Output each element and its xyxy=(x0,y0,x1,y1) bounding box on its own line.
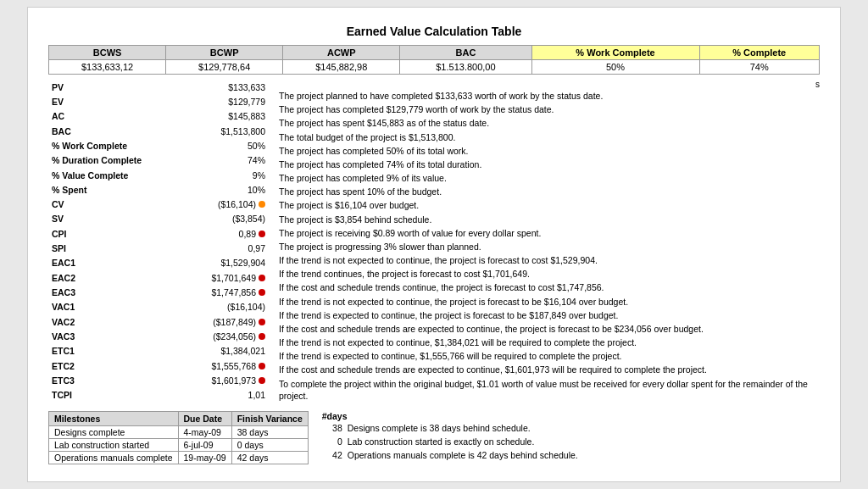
milestone-due: 19-may-09 xyxy=(178,451,231,464)
description-row: If the trend is expected to continue, $1… xyxy=(279,349,820,363)
description-row: The project has spent 10% of the budget. xyxy=(279,185,820,198)
metric-value: $1,384,021 xyxy=(186,344,269,358)
metric-label: % Duration Complete xyxy=(48,153,186,168)
metric-row: EV$129,779 xyxy=(48,94,269,108)
metric-row: % Spent10% xyxy=(48,182,269,197)
metric-value: $1,555,768 xyxy=(186,358,269,373)
metric-row: % Duration Complete74% xyxy=(48,153,269,168)
metric-value: ($3,854) xyxy=(186,212,269,226)
metric-row: BAC$1,513,800 xyxy=(48,124,269,138)
metric-row: VAC3($234,056) xyxy=(48,329,269,343)
header-table: BCWS BCWP ACWP BAC % Work Complete % Com… xyxy=(48,45,820,75)
milestone-desc-header: #days xyxy=(322,411,820,421)
header-pct-work: % Work Complete xyxy=(531,46,699,60)
header-bac: BAC xyxy=(400,46,531,60)
milestone-days-num: 0 xyxy=(322,436,342,447)
metric-row: % Value Complete9% xyxy=(48,168,269,182)
metric-value: ($16,104) xyxy=(186,300,269,314)
description-row: The project is receiving $0.89 worth of … xyxy=(279,226,820,240)
description-row: The project is $3,854 behind schedule. xyxy=(279,213,820,226)
metric-value: 1,01 xyxy=(186,388,269,403)
metric-label: EAC2 xyxy=(48,270,186,285)
milestone-desc-text: Operations manuals complete is 42 days b… xyxy=(348,449,578,461)
metric-label: CV xyxy=(48,197,186,212)
metric-value: ($187,849) xyxy=(186,314,269,329)
description-row: If the trend is not expected to continue… xyxy=(279,336,820,349)
milestone-days-num: 38 xyxy=(322,422,342,434)
metric-label: VAC2 xyxy=(48,314,186,329)
metric-row: ETC2$1,555,768 xyxy=(48,358,269,373)
metric-label: TCPI xyxy=(48,388,186,403)
metric-value: $1,513,800 xyxy=(186,124,269,138)
red-dot-icon xyxy=(259,231,265,237)
page-container: Earned Value Calculation Table BCWS BCWP… xyxy=(27,7,841,482)
description-row: The project has spent $145,883 as of the… xyxy=(279,116,820,130)
metric-value: 0,97 xyxy=(186,241,269,255)
metric-value: 0,89 xyxy=(186,226,269,241)
red-dot-icon xyxy=(259,289,265,296)
metric-label: EAC1 xyxy=(48,256,186,270)
description-row: The project is progressing 3% slower tha… xyxy=(279,240,820,253)
metric-row: EAC3$1,747,856 xyxy=(48,285,269,299)
metric-label: SV xyxy=(48,212,186,226)
metric-label: % Value Complete xyxy=(48,168,186,182)
header-bcws: BCWS xyxy=(49,46,166,60)
red-dot-icon xyxy=(259,363,265,370)
metric-row: TCPI1,01 xyxy=(48,388,269,403)
description-row: If the cost and schedule trends are expe… xyxy=(279,322,820,336)
milestone-variance: 38 days xyxy=(231,425,308,438)
metric-label: CPI xyxy=(48,226,186,241)
description-row: If the cost and schedule trends are expe… xyxy=(279,363,820,376)
metric-label: PV xyxy=(48,80,186,94)
milestone-desc-text: Designs complete is 38 days behind sched… xyxy=(348,422,531,434)
metric-row: ETC1$1,384,021 xyxy=(48,344,269,358)
description-row: If the trend is not expected to continue… xyxy=(279,295,820,308)
metric-value: $145,883 xyxy=(186,109,269,124)
metric-value: $129,779 xyxy=(186,94,269,108)
description-row: The total budget of the project is $1,51… xyxy=(279,131,820,144)
metric-label: AC xyxy=(48,109,186,124)
red-dot-icon xyxy=(259,319,265,325)
description-row: The project has completed 50% of its tot… xyxy=(279,144,820,158)
metric-row: PV$133,633 xyxy=(48,80,269,94)
milestone-due: 4-may-09 xyxy=(178,425,231,438)
header-pct-complete: % Complete xyxy=(699,46,820,60)
descriptions-column: sThe project planned to have completed $… xyxy=(269,80,820,403)
milestone-desc-row: 42Operations manuals complete is 42 days… xyxy=(322,448,820,462)
val-acwp: $145,882,98 xyxy=(283,60,400,75)
metric-label: BAC xyxy=(48,124,186,138)
metric-value: ($16,104) xyxy=(186,197,269,212)
milestone-header-variance: Finish Variance xyxy=(231,411,308,425)
metric-row: AC$145,883 xyxy=(48,109,269,124)
data-section: PV$133,633EV$129,779AC$145,883BAC$1,513,… xyxy=(48,80,820,403)
val-bcws: $133,633,12 xyxy=(49,60,166,75)
metric-label: ETC3 xyxy=(48,373,186,387)
milestone-row: Operations manuals complete19-may-0942 d… xyxy=(49,451,309,464)
milestone-desc-text: Lab construction started is exactly on s… xyxy=(348,436,535,447)
val-bcwp: $129,778,64 xyxy=(166,60,283,75)
metric-label: EV xyxy=(48,94,186,108)
description-row: To complete the project within the origi… xyxy=(279,377,820,403)
metric-label: VAC1 xyxy=(48,300,186,314)
metric-label: % Spent xyxy=(48,182,186,197)
milestone-header-name: Milestones xyxy=(49,411,179,425)
metric-label: ETC2 xyxy=(48,358,186,373)
metric-row: ETC3$1,601,973 xyxy=(48,373,269,387)
metric-row: EAC2$1,701,649 xyxy=(48,270,269,285)
s-marker: s xyxy=(279,80,820,89)
metric-label: EAC3 xyxy=(48,285,186,299)
val-bac: $1.513.800,00 xyxy=(400,60,531,75)
metric-label: ETC1 xyxy=(48,344,186,358)
metrics-table: PV$133,633EV$129,779AC$145,883BAC$1,513,… xyxy=(48,80,269,403)
metric-value: 74% xyxy=(186,153,269,168)
description-row: The project planned to have completed $1… xyxy=(279,89,820,103)
milestones-table: Milestones Due Date Finish Variance Desi… xyxy=(48,411,309,464)
metric-label: % Work Complete xyxy=(48,138,186,153)
milestone-row: Designs complete4-may-0938 days xyxy=(49,425,309,438)
metric-value: $1,601,973 xyxy=(186,373,269,387)
description-row: The project has completed $129,779 worth… xyxy=(279,103,820,116)
description-row: The project has completed 9% of its valu… xyxy=(279,171,820,185)
description-row: If the trend is not expected to continue… xyxy=(279,253,820,267)
milestones-section: Milestones Due Date Finish Variance Desi… xyxy=(48,411,820,464)
metric-row: SV($3,854) xyxy=(48,212,269,226)
